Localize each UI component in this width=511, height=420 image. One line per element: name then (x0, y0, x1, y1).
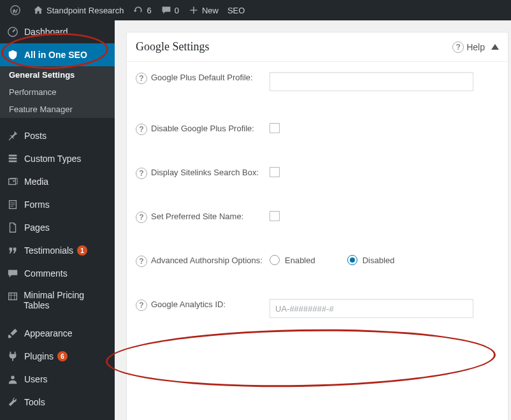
sidebar-item-forms[interactable]: Forms (0, 193, 115, 216)
sidebar-item-pricing-tables[interactable]: Minimal Pricing Tables (0, 285, 115, 315)
sidebar-item-label: Dashboard (24, 27, 68, 37)
sidebar-sub-feature-manager[interactable]: Feature Manager (0, 101, 115, 118)
sidebar-item-label: All in One SEO (24, 50, 87, 60)
sidebar-item-dashboard[interactable]: Dashboard (0, 20, 115, 43)
sidebar-item-users[interactable]: Users (0, 368, 115, 391)
setting-label: Display Sitelinks Search Box: (151, 167, 259, 178)
disable-gplus-checkbox[interactable] (270, 123, 280, 133)
new-label: New (202, 6, 219, 15)
site-name: Standpoint Research (47, 6, 124, 15)
svg-point-0 (11, 6, 20, 15)
wp-logo[interactable] (5, 0, 28, 20)
help-icon[interactable]: ? (136, 124, 147, 135)
sidebar-item-aioseo[interactable]: All in One SEO (0, 43, 115, 66)
plus-icon (188, 4, 199, 16)
stack-icon (6, 152, 19, 165)
setting-label: Set Preferred Site Name: (151, 211, 243, 222)
help-icon[interactable]: ? (136, 168, 147, 179)
media-icon (6, 175, 19, 188)
sidebar-sub-general-settings[interactable]: General Settings (0, 66, 115, 83)
comment-icon (161, 4, 172, 16)
sidebar-item-plugins[interactable]: Plugins 6 (0, 345, 115, 368)
google-settings-panel: Google Settings ? Help ? Google Plus Def… (126, 32, 508, 420)
setting-label: Google Plus Default Profile: (151, 72, 253, 83)
svg-rect-5 (9, 179, 16, 185)
row-disable-gplus: ? Disable Google Plus Profile: (127, 113, 508, 157)
svg-rect-2 (9, 155, 17, 157)
help-icon: ? (452, 41, 464, 53)
row-gplus-profile: ? Google Plus Default Profile: (127, 62, 508, 113)
sidebar-item-label: Appearance (24, 328, 73, 338)
panel-title: Google Settings (136, 40, 210, 54)
row-sitelinks: ? Display Sitelinks Search Box: (127, 157, 508, 201)
sidebar-item-media[interactable]: Media (0, 170, 115, 193)
sidebar-item-testimonials[interactable]: Testimonials 1 (0, 239, 115, 262)
row-pref-site: ? Set Preferred Site Name: (127, 201, 508, 245)
table-icon (6, 290, 18, 303)
shield-icon (6, 48, 19, 61)
row-authorship: ? Advanced Authorship Options: Enabled D… (127, 245, 508, 289)
help-label: Help (466, 42, 485, 52)
sidebar-item-label: Forms (24, 199, 50, 210)
help-toggle[interactable]: ? Help (452, 41, 499, 53)
collapse-icon (491, 44, 499, 50)
brush-icon (6, 327, 19, 340)
seo-link[interactable]: SEO (223, 0, 249, 20)
svg-rect-8 (8, 293, 17, 300)
svg-point-9 (11, 376, 14, 379)
refresh-icon (133, 4, 144, 16)
svg-point-6 (13, 180, 15, 182)
sidebar-item-posts[interactable]: Posts (0, 124, 115, 147)
radio-icon (347, 255, 357, 265)
svg-rect-3 (9, 157, 17, 159)
gplus-profile-input[interactable] (270, 72, 473, 91)
sidebar-item-comments[interactable]: Comments (0, 262, 115, 285)
help-icon[interactable]: ? (136, 256, 147, 267)
user-icon (6, 373, 19, 386)
wordpress-icon (10, 4, 21, 16)
help-icon[interactable]: ? (136, 300, 147, 311)
home-icon (32, 4, 44, 16)
svg-rect-4 (9, 161, 17, 163)
sidebar-item-appearance[interactable]: Appearance (0, 322, 115, 345)
seo-label: SEO (227, 6, 245, 15)
sidebar-item-pages[interactable]: Pages (0, 216, 115, 239)
sidebar-item-label: Comments (24, 268, 68, 279)
updates-count: 6 (147, 6, 151, 15)
radio-label: Enabled (285, 256, 315, 265)
comments-link[interactable]: 0 (156, 0, 184, 20)
forms-icon (6, 198, 19, 211)
sidebar-item-label: Minimal Pricing Tables (24, 290, 108, 310)
new-link[interactable]: New (184, 0, 223, 20)
sidebar-item-label: Pages (24, 222, 50, 233)
sidebar-item-label: Plugins (24, 351, 54, 361)
content-area: Google Settings ? Help ? Google Plus Def… (115, 20, 511, 420)
sidebar-item-custom-types[interactable]: Custom Types (0, 147, 115, 170)
radio-icon (270, 255, 280, 265)
dashboard-icon (6, 25, 19, 38)
authorship-enabled-radio[interactable]: Enabled (270, 255, 315, 265)
ga-id-input[interactable] (270, 299, 473, 318)
sidebar-item-label: Custom Types (24, 154, 81, 164)
sidebar-item-label: Posts (24, 131, 47, 141)
wrench-icon (6, 396, 19, 409)
updates-link[interactable]: 6 (128, 0, 155, 20)
panel-header: Google Settings ? Help (127, 33, 508, 62)
pref-site-checkbox[interactable] (270, 211, 280, 221)
page-icon (6, 221, 19, 234)
authorship-disabled-radio[interactable]: Disabled (347, 255, 395, 265)
help-icon[interactable]: ? (136, 73, 147, 84)
radio-label: Disabled (363, 256, 395, 265)
sidebar-item-label: Testimonials (24, 245, 73, 256)
help-icon[interactable]: ? (136, 212, 147, 223)
sitelinks-checkbox[interactable] (270, 167, 280, 177)
sidebar-item-label: Tools (24, 397, 45, 407)
quote-icon (6, 244, 19, 257)
admin-sidebar: Dashboard All in One SEO General Setting… (0, 20, 115, 420)
setting-label: Disable Google Plus Profile: (151, 123, 254, 134)
site-link[interactable]: Standpoint Research (28, 0, 128, 20)
admin-toolbar: Standpoint Research 6 0 New SEO (0, 0, 511, 20)
sidebar-sub-performance[interactable]: Performance (0, 83, 115, 101)
setting-label: Google Analytics ID: (151, 299, 226, 310)
sidebar-item-tools[interactable]: Tools (0, 391, 115, 414)
